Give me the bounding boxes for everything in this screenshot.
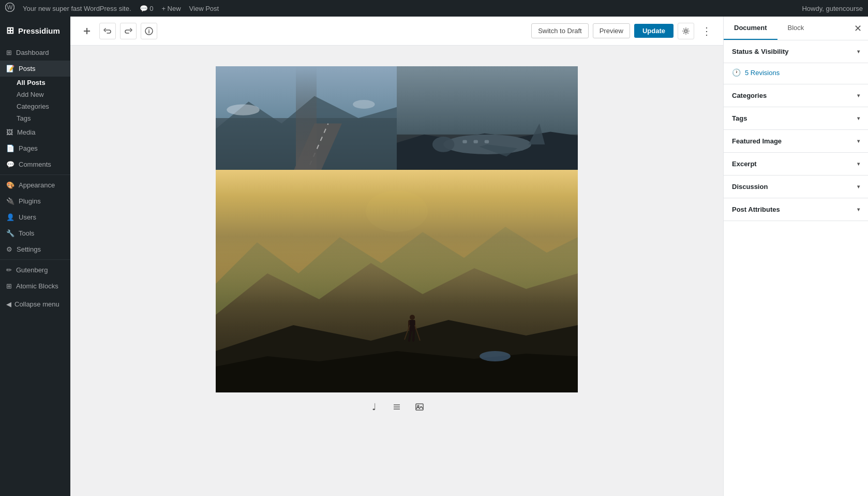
add-block-button[interactable] (79, 23, 95, 39)
sidebar-item-plugins[interactable]: 🔌 Plugins (0, 193, 70, 209)
svg-rect-42 (416, 404, 423, 410)
sidebar-item-users[interactable]: 👤 Users (0, 209, 70, 225)
sidebar-label-pages: Pages (19, 144, 38, 152)
svg-line-35 (413, 331, 414, 341)
status-visibility-header[interactable]: Status & Visibility ▾ (724, 40, 868, 63)
featured-image-header[interactable]: Featured Image ▾ (724, 130, 868, 152)
sidebar-collapse-menu[interactable]: ◀ Collapse menu (0, 294, 70, 314)
status-visibility-label: Status & Visibility (732, 48, 789, 55)
sidebar-item-appearance[interactable]: 🎨 Appearance (0, 177, 70, 193)
admin-site-name[interactable]: Your new super fast WordPress site. (23, 5, 131, 12)
svg-point-14 (353, 100, 375, 109)
discussion-label: Discussion (732, 183, 768, 191)
panel-close-button[interactable]: ✕ (848, 18, 868, 39)
update-button[interactable]: Update (634, 24, 674, 38)
sidebar-label-comments: Comments (19, 161, 51, 168)
categories-chevron: ▾ (857, 93, 860, 98)
right-panel: Document Block ✕ Status & Visibility ▾ 🕐 (723, 17, 868, 496)
categories-label: Categories (17, 103, 49, 110)
svg-point-19 (432, 137, 454, 152)
tab-document-label: Document (734, 24, 767, 32)
editor-inner (216, 66, 578, 392)
tags-label: Tags (17, 114, 31, 122)
svg-point-7 (685, 30, 687, 32)
sidebar-item-comments[interactable]: 💬 Comments (0, 156, 70, 172)
list-block-icon[interactable] (388, 399, 405, 415)
tags-label: Tags (732, 114, 747, 122)
sidebar-item-media[interactable]: 🖼 Media (0, 124, 70, 140)
discussion-chevron: ▾ (857, 184, 860, 189)
redo-button[interactable] (120, 23, 137, 39)
panel-header: Document Block ✕ (724, 17, 868, 40)
media-icon: 🖼 (6, 128, 13, 136)
sidebar-item-posts[interactable]: 📝 Posts (0, 61, 70, 77)
pages-icon: 📄 (6, 144, 14, 152)
sidebar-item-pages[interactable]: 📄 Pages (0, 140, 70, 156)
info-button[interactable] (141, 23, 157, 39)
excerpt-header[interactable]: Excerpt ▾ (724, 153, 868, 175)
admin-new-button[interactable]: + New (161, 5, 181, 12)
gallery-image-mountain[interactable] (216, 170, 578, 392)
tab-block-label: Block (788, 24, 804, 32)
svg-point-32 (410, 315, 415, 320)
post-attributes-label: Post Attributes (732, 206, 780, 213)
tab-document[interactable]: Document (724, 17, 777, 40)
panel-section-discussion: Discussion ▾ (724, 176, 868, 198)
sidebar-item-dashboard[interactable]: ⊞ Dashboard (0, 45, 70, 61)
panel-section-featured-image: Featured Image ▾ (724, 130, 868, 153)
revisions-link[interactable]: 🕐 5 Revisions (724, 63, 868, 84)
post-attributes-header[interactable]: Post Attributes ▾ (724, 198, 868, 221)
sidebar-item-settings[interactable]: ⚙ Settings (0, 241, 70, 257)
audio-block-icon[interactable]: ♩ (366, 399, 382, 415)
settings-icon: ⚙ (6, 245, 12, 253)
sidebar-sub-add-new[interactable]: Add New (0, 89, 70, 100)
sidebar-brand: ⊞ Pressidium (0, 21, 70, 45)
tags-chevron: ▾ (857, 115, 860, 121)
sidebar-label-settings: Settings (17, 245, 41, 253)
comments-icon: 💬 (6, 161, 14, 168)
sidebar-label-tools: Tools (19, 229, 34, 237)
discussion-header[interactable]: Discussion ▾ (724, 176, 868, 198)
tools-icon: 🔧 (6, 229, 14, 237)
admin-view-post[interactable]: View Post (189, 5, 219, 12)
excerpt-label: Excerpt (732, 160, 757, 168)
posts-icon: 📝 (6, 65, 14, 72)
svg-point-6 (148, 29, 149, 30)
panel-body: Status & Visibility ▾ 🕐 5 Revisions Cate… (724, 40, 868, 496)
undo-button[interactable] (99, 23, 116, 39)
sidebar-sub-categories[interactable]: Categories (0, 100, 70, 112)
switch-to-draft-button[interactable]: Switch to Draft (531, 23, 589, 38)
sidebar-sub-tags[interactable]: Tags (0, 112, 70, 124)
preview-button[interactable]: Preview (593, 23, 630, 38)
collapse-icon: ◀ (6, 300, 11, 308)
sidebar: ⊞ Pressidium ⊞ Dashboard 📝 Posts All Pos… (0, 17, 70, 496)
settings-panel-button[interactable] (678, 23, 694, 39)
gallery-image-plane[interactable] (397, 66, 578, 170)
sidebar-item-tools[interactable]: 🔧 Tools (0, 225, 70, 241)
categories-header[interactable]: Categories ▾ (724, 84, 868, 107)
sidebar-label-dashboard: Dashboard (16, 49, 49, 56)
appearance-icon: 🎨 (6, 181, 14, 189)
featured-image-chevron: ▾ (857, 138, 860, 144)
svg-point-13 (227, 104, 260, 115)
gallery-top-row (216, 66, 578, 170)
tags-header[interactable]: Tags ▾ (724, 107, 868, 129)
image-block-icon[interactable] (411, 399, 428, 415)
sidebar-label-plugins: Plugins (19, 197, 41, 205)
sidebar-item-atomic-blocks[interactable]: ⊞ Atomic Blocks (0, 278, 70, 294)
add-new-label: Add New (17, 91, 44, 98)
tab-block[interactable]: Block (777, 17, 815, 40)
sidebar-label-users: Users (19, 213, 36, 221)
brand-icon: ⊞ (6, 25, 14, 36)
gallery-image-road[interactable] (216, 66, 397, 170)
categories-label: Categories (732, 92, 767, 99)
panel-section-post-attributes: Post Attributes ▾ (724, 198, 868, 221)
more-options-button[interactable]: ⋮ (698, 23, 715, 39)
sidebar-item-gutenberg[interactable]: ✏ Gutenberg (0, 262, 70, 278)
panel-section-categories: Categories ▾ (724, 84, 868, 107)
sidebar-sub-all-posts[interactable]: All Posts (0, 77, 70, 89)
admin-comments[interactable]: 💬 0 (140, 5, 154, 12)
editor-content: ♩ (70, 46, 723, 496)
svg-rect-22 (485, 140, 489, 143)
sidebar-label-gutenberg: Gutenberg (16, 266, 48, 274)
